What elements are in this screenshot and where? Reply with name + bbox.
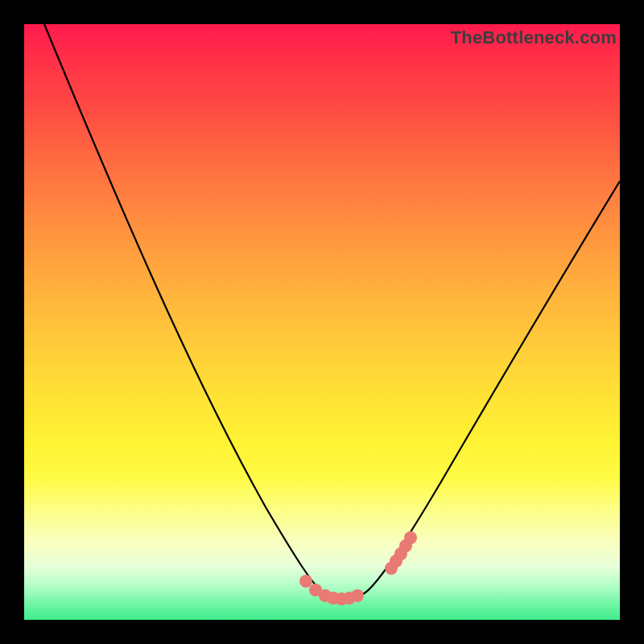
watermark: TheBottleneck.com	[451, 27, 617, 48]
curve-marker	[299, 575, 312, 588]
curve-marker	[404, 531, 417, 544]
curve-path	[44, 24, 620, 599]
curve-marker	[351, 589, 364, 602]
plot-area: TheBottleneck.com	[24, 24, 620, 620]
bottleneck-curve	[24, 24, 620, 620]
marker-group	[299, 531, 417, 605]
